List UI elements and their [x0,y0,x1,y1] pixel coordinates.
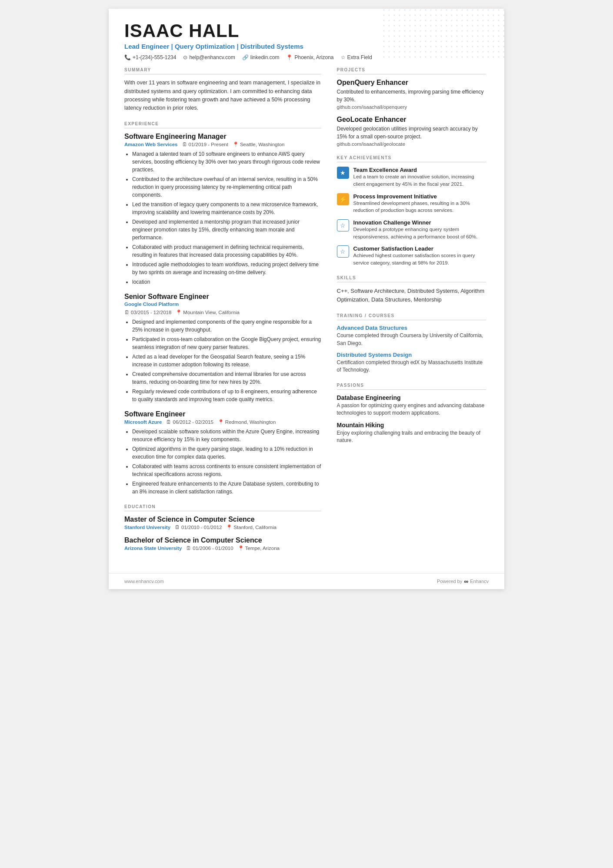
edu-1-location: 📍 Stanford, California [226,524,276,530]
pin-icon: 📍 [218,419,224,425]
passion-1-desc: A passion for optimizing query engines a… [337,402,486,417]
projects-section-title: PROJECTS [337,67,486,74]
summary-section: SUMMARY With over 11 years in software e… [124,67,321,113]
bullet: Created comprehensive documentation and … [132,370,321,386]
passion-2-title: Mountain Hiking [337,422,486,429]
experience-section: EXPERIENCE Software Engineering Manager … [124,121,321,496]
bullet: Regularly reviewed code contributions of… [132,388,321,403]
right-column: PROJECTS OpenQuery Enhancer Contributed … [333,67,486,560]
email-icon: ⊙ [183,54,187,60]
contact-linkedin: 🔗 linkedin.com [242,54,280,60]
training-2-title: Distributed Systems Design [337,352,486,358]
job-2-company: Google Cloud Platform [124,302,179,307]
passion-2-desc: Enjoy exploring challenging trails and e… [337,429,486,445]
job-2-meta: Google Cloud Platform [124,302,321,307]
achievement-1-icon-box: ★ [337,167,349,179]
bullet: Contributed to the architecture overhaul… [132,175,321,199]
achievement-3-icon-box: ☆ [337,219,349,231]
edu-2-school: Arizona State University [124,546,182,551]
project-1-link: github.com/isaachall/openquery [337,104,486,110]
calendar-icon: 🗓 [166,419,171,425]
job-2-date: 🗓 03/2015 - 12/2018 [124,310,171,315]
body-columns: SUMMARY With over 11 years in software e… [109,67,504,573]
job-1: Software Engineering Manager Amazon Web … [124,133,321,286]
candidate-subtitle: Lead Engineer | Query Optimization | Dis… [124,43,489,50]
contact-extra: ☆ Extra Field [341,54,372,60]
candidate-name: ISAAC HALL [124,21,489,41]
calendar-icon: 🗓 [186,546,191,551]
job-3-meta: Microsoft Azure 🗓 06/2012 - 02/2015 📍 Re… [124,419,321,425]
training-2-desc: Certification completed through edX by M… [337,359,486,374]
job-2: Senior Software Engineer Google Cloud Pl… [124,293,321,403]
job-2-title: Senior Software Engineer [124,293,321,301]
achievement-4-desc: Achieved highest customer satisfaction s… [353,252,486,266]
project-1-title: OpenQuery Enhancer [337,79,486,87]
job-3-company: Microsoft Azure [124,419,162,425]
job-3: Software Engineer Microsoft Azure 🗓 06/2… [124,410,321,496]
job-2-location: 📍 Mountain View, California [176,309,240,315]
pin-icon: 📍 [176,309,182,315]
job-1-date: 🗓 01/2019 - Present [182,142,228,147]
left-column: SUMMARY With over 11 years in software e… [124,67,321,560]
training-1-desc: Course completed through Coursera by Uni… [337,332,486,347]
footer: www.enhancv.com Powered by ∞ Enhancv [109,573,504,589]
bullet: Managed a talented team of 10 software e… [132,150,321,174]
powered-by-text: Powered by [437,579,462,584]
project-2-link: github.com/isaachall/geolocate [337,141,486,147]
project-2: GeoLocate Enhancer Developed geolocation… [337,116,486,147]
passion-2: Mountain Hiking Enjoy exploring challeng… [337,422,486,445]
brand-name: Enhancv [470,579,489,584]
job-1-meta: Amazon Web Services 🗓 01/2019 - Present … [124,141,321,147]
job-1-company: Amazon Web Services [124,142,178,147]
job-3-title: Software Engineer [124,410,321,418]
edu-1-meta: Stanford University 🗓 01/2010 - 01/2012 … [124,524,321,530]
bullet: Participated in cross-team collaboration… [132,335,321,351]
star-outline-icon: ☆ [340,222,346,229]
achievement-2-title: Process Improvement Initiative [353,193,486,200]
training-section-title: TRAINING / COURSES [337,313,486,320]
footer-website: www.enhancv.com [124,579,164,584]
bullet: Developed and implemented a mentorship p… [132,218,321,241]
header: ISAAC HALL Lead Engineer | Query Optimiz… [109,9,504,67]
resume-page: ISAAC HALL Lead Engineer | Query Optimiz… [109,9,504,589]
achievement-2-icon-box: ⚡ [337,193,349,205]
calendar-icon: 🗓 [182,142,187,147]
passion-1: Database Engineering A passion for optim… [337,394,486,417]
edu-1-school: Stanford University [124,525,170,530]
star-filled-icon: ★ [340,169,346,176]
edu-1-degree: Master of Science in Computer Science [124,516,321,523]
experience-section-title: EXPERIENCE [124,121,321,128]
contact-email: ⊙ help@enhancv.com [183,54,235,60]
summary-section-title: SUMMARY [124,67,321,74]
link-icon: 🔗 [242,54,249,60]
name-title-block: ISAAC HALL Lead Engineer | Query Optimiz… [124,21,489,50]
project-1-desc: Contributed to enhancements, improving p… [337,88,486,104]
achievement-2-desc: Streamlined development phases, resultin… [353,200,486,214]
job-2-bullets: Designed and implemented components of t… [124,318,321,403]
bullet: Optimized algorithms in the query parsin… [132,445,321,461]
edu-2-location: 📍 Tempe, Arizona [238,545,280,551]
skills-text: C++, Software Architecture, Distributed … [337,287,486,305]
achievement-4: ☆ Customer Satisfaction Leader Achieved … [337,245,486,266]
achievements-section-title: KEY ACHIEVEMENTS [337,155,486,162]
achievement-3-content: Innovation Challenge Winner Developed a … [353,219,486,240]
project-2-desc: Developed geolocation utilities improvin… [337,125,486,141]
passions-section-title: PASSIONS [337,383,486,390]
training-2: Distributed Systems Design Certification… [337,352,486,374]
pin-icon: 📍 [238,545,244,551]
bullet: Developed scalable software solutions wi… [132,428,321,443]
pin-icon: 📍 [226,524,232,530]
achievement-2: ⚡ Process Improvement Initiative Streaml… [337,193,486,214]
edu-1-date: 🗓 01/2010 - 01/2012 [175,525,222,530]
job-2-meta-date: 🗓 03/2015 - 12/2018 📍 Mountain View, Cal… [124,309,321,315]
lightning-icon: ⚡ [339,196,346,203]
contact-phone: 📞 +1-(234)-555-1234 [124,54,176,60]
job-3-location: 📍 Redmond, Washington [218,419,276,425]
achievements-section: KEY ACHIEVEMENTS ★ Team Excellence Award… [337,155,486,266]
achievement-1-desc: Led a team to create an innovative solut… [353,173,486,188]
calendar-icon: 🗓 [175,525,180,530]
footer-brand: Powered by ∞ Enhancv [437,578,489,585]
bullet: Acted as a lead developer for the Geospa… [132,353,321,369]
star-icon: ☆ [341,54,346,60]
edu-2-degree: Bachelor of Science in Computer Science [124,536,321,544]
